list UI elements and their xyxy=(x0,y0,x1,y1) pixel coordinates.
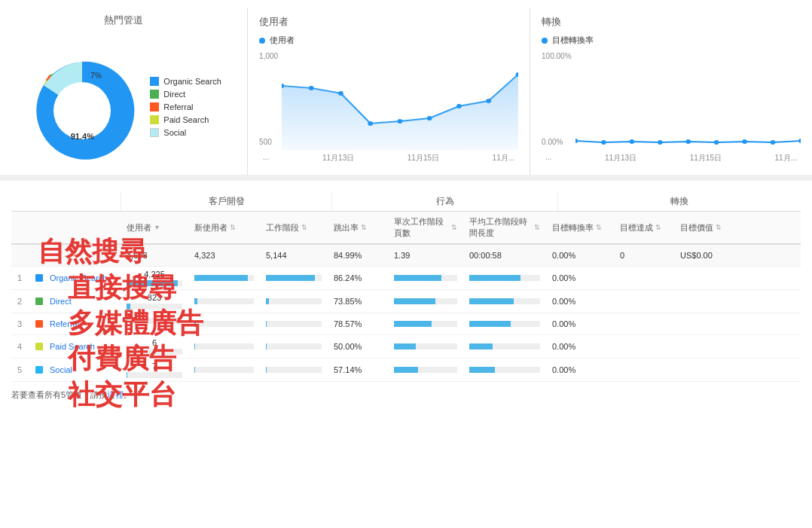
conv-x-0: ... xyxy=(545,153,551,163)
footer: 若要查看所有5管道，請按這裡。 xyxy=(11,382,801,404)
table-row: 2 Direct 323 73.85% xyxy=(11,290,801,313)
svg-point-15 xyxy=(713,140,718,145)
users-y-min: 500 xyxy=(259,138,278,146)
col-header-new-users[interactable]: 新使用者 ⇅ xyxy=(188,212,260,243)
goal-cell-0 xyxy=(614,267,674,289)
legend-label-social: Social xyxy=(163,128,186,137)
svg-point-14 xyxy=(685,139,690,144)
channel-dot-0 xyxy=(35,274,43,282)
conv-x-labels: ... 11月13日 11月15日 11月... xyxy=(542,153,801,163)
value-cell-4 xyxy=(674,359,742,381)
col-header-value[interactable]: 目標價值 ⇅ xyxy=(674,212,742,243)
users-cell-4: 7 xyxy=(121,359,188,381)
svg-point-17 xyxy=(770,140,774,145)
new-users-cell-1 xyxy=(188,290,260,313)
channel-link-0[interactable]: Organic Search xyxy=(50,273,107,282)
col-header-conv-rate[interactable]: 目標轉換率 ⇅ xyxy=(546,212,614,243)
new-users-cell-4 xyxy=(188,359,260,381)
svg-point-11 xyxy=(601,140,606,145)
channel-link-4[interactable]: Social xyxy=(50,365,72,374)
value-cell-3 xyxy=(674,335,742,358)
channel-dot-3 xyxy=(35,343,43,350)
svg-point-4 xyxy=(368,121,373,126)
col-header-sessions[interactable]: 工作階段 ⇅ xyxy=(260,212,328,243)
sort-icon-new-users: ⇅ xyxy=(230,224,236,231)
svg-point-18 xyxy=(798,139,801,143)
total-bounce: 84.99% xyxy=(328,245,388,266)
sessions-cell-0 xyxy=(260,267,328,289)
section-behavior: 行為 xyxy=(331,192,557,211)
users-panel: 使用者 使用者 1,000 500 xyxy=(248,8,530,175)
channel-dot-2 xyxy=(35,320,43,328)
svg-point-12 xyxy=(629,139,633,144)
channels-title: 熱門管道 xyxy=(104,14,143,27)
users-bar-2 xyxy=(127,318,182,324)
legend-label-direct: Direct xyxy=(163,90,185,99)
col-header-pages[interactable]: 單次工作階段頁數 ⇅ xyxy=(388,212,463,243)
bounce-cell-4: 57.14% xyxy=(328,359,388,381)
sessions-cell-3 xyxy=(260,335,328,358)
footer-link[interactable]: 這裡 xyxy=(107,390,124,399)
sort-icon-users: ▼ xyxy=(154,224,160,231)
col-header-goal[interactable]: 目標達成 ⇅ xyxy=(614,212,674,243)
section-acquisition: 客戶開發 xyxy=(121,192,331,211)
conv-y-min: 0.00% xyxy=(542,138,571,146)
users-legend: 使用者 xyxy=(259,35,518,46)
col-header-bounce[interactable]: 跳出率 ⇅ xyxy=(328,212,388,243)
pages-cell-0 xyxy=(388,267,463,289)
pie-chart: 91.4% 91.4% 7% xyxy=(26,50,139,163)
channel-link-1[interactable]: Direct xyxy=(50,297,72,306)
table-row: 3 Referral 78.57% xyxy=(11,313,801,335)
goal-cell-2 xyxy=(614,313,674,334)
duration-cell-4 xyxy=(463,359,546,381)
channel-cell-3: 4 Paid Search xyxy=(11,335,121,358)
duration-cell-1 xyxy=(463,290,546,313)
conversion-legend: 目標轉換率 xyxy=(542,35,801,46)
users-cell-0: 4,225 xyxy=(121,267,188,289)
channel-link-2[interactable]: Referral xyxy=(50,319,79,328)
users-legend-label: 使用者 xyxy=(270,35,295,46)
bounce-cell-2: 78.57% xyxy=(328,313,388,334)
users-y-max: 1,000 xyxy=(259,52,278,60)
sort-icon-sessions: ⇅ xyxy=(301,224,307,231)
conv-rate-cell-4: 0.00% xyxy=(546,359,614,381)
svg-point-6 xyxy=(427,116,432,121)
legend-dot-organic xyxy=(150,77,159,86)
total-goal: 0 xyxy=(614,245,674,266)
new-users-cell-2 xyxy=(188,313,260,334)
legend-dot-referral xyxy=(150,102,159,111)
duration-cell-0 xyxy=(463,267,546,289)
sessions-cell-1 xyxy=(260,290,328,313)
x-label-3: 11月... xyxy=(493,153,514,163)
table-row: 1 Organic Search 4,225 86.24% xyxy=(11,267,801,290)
col-header-users[interactable]: 使用者 ▼ xyxy=(121,212,188,243)
x-label-2: 11月15日 xyxy=(408,153,439,163)
legend-dot-social xyxy=(150,128,159,137)
legend-item-referral: Referral xyxy=(150,102,221,111)
total-row: 4,608 4,323 5,144 84.99% 1.39 00:00:58 0… xyxy=(11,245,801,267)
legend-item-direct: Direct xyxy=(150,90,221,99)
sessions-cell-2 xyxy=(260,313,328,334)
channel-link-3[interactable]: Paid Search xyxy=(50,342,95,351)
table-body: 1 Organic Search 4,225 86.24% xyxy=(11,267,801,382)
conv-x-2: 11月15日 xyxy=(690,153,722,163)
value-cell-2 xyxy=(674,313,742,334)
duration-cell-2 xyxy=(463,313,546,334)
col-header-duration[interactable]: 平均工作階段時間長度 ⇅ xyxy=(463,212,546,243)
conv-x-1: 11月13日 xyxy=(605,153,636,163)
conv-rate-cell-3: 0.00% xyxy=(546,335,614,358)
goal-cell-4 xyxy=(614,359,674,381)
sort-icon-value: ⇅ xyxy=(716,224,722,231)
value-cell-1 xyxy=(674,290,742,313)
svg-point-13 xyxy=(658,140,662,145)
table-row: 5 Social 7 57.14% xyxy=(11,359,801,382)
pages-cell-1 xyxy=(388,290,463,313)
users-bar-0 xyxy=(127,280,182,286)
channel-cell-4: 5 Social xyxy=(11,359,121,381)
goal-cell-3 xyxy=(614,335,674,358)
legend-dot-direct xyxy=(150,90,159,99)
channel-dot-4 xyxy=(35,366,43,374)
pages-cell-2 xyxy=(388,313,463,334)
legend-item-organic: Organic Search xyxy=(150,77,221,86)
bounce-cell-0: 86.24% xyxy=(328,267,388,289)
